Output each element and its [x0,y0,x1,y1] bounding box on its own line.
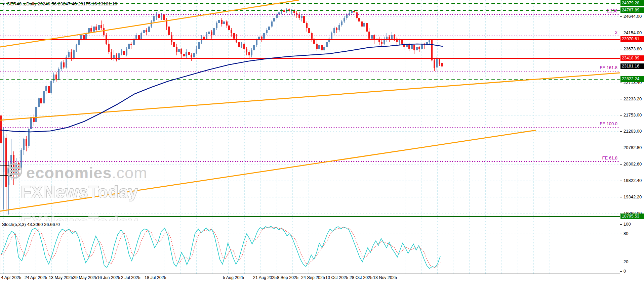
price-level-badge: 18795.53 [620,214,644,219]
date-tick-label: 2 Jul 2025 [121,275,140,280]
stoch-tick-mark [620,234,622,234]
watermark-brand: economies.com [26,163,147,182]
date-tick-label: 16 Jun 2025 [97,275,120,280]
stoch-tick-mark [620,224,622,225]
price-tick-mark [620,33,622,33]
price-tick-mark [620,16,622,17]
economies-logo-icon [7,163,22,179]
trendline-orange[interactable] [0,73,620,120]
price-tick-mark [620,83,622,83]
price-tick-mark [620,181,622,181]
ohlc-low: 23175.16 [78,1,97,6]
price-level-badge: 23418.89 [620,55,644,61]
price-tick-mark [620,164,622,164]
price-level-badge: 24767.89 [620,7,644,13]
logo-bar [10,173,20,175]
moving-average-line[interactable] [0,44,443,132]
date-tick-label: 8 Sep 2025 [277,275,298,280]
price-tick-label: 20302.60 [623,161,642,167]
logo-bar [10,170,19,172]
price-tick-label: 20782.80 [623,145,642,150]
stoch-tick-label: 80 [623,231,628,236]
price-level-badge: 23970.61 [620,36,644,42]
date-tick-label: 29 May 2025 [73,275,97,280]
trading-chart-window: 2.2362FE 161.8FE 100.0FE 61.8 economies.… [0,0,644,282]
date-tick-label: 21 Aug 2025 [253,275,277,280]
stochastic-indicator-label: Stoch(5,3,3) 43.3060 26.6670 [2,222,60,227]
ohlc-high: 23247.46 [58,1,77,6]
date-tick-label: 24 Sep 2025 [301,275,325,280]
date-tick-label: 13 Nov 2025 [373,275,397,280]
stochastic-axis[interactable]: 10080200 [620,221,644,274]
chart-title-ohlc: ▼ GER40.s,Daily 23240.56 23247.46 23175.… [2,1,117,6]
ohlc-open: 23240.56 [38,1,56,6]
date-tick-label: 28 Oct 2025 [350,275,372,280]
stoch-tick-label: 100 [623,222,631,227]
stoch-tick-mark [620,262,622,262]
logo-bar [10,167,20,169]
stoch-tick-label: 0 [623,269,626,274]
watermark-subbrand: FXNewsToday [21,182,138,202]
date-tick-label: 18 Jul 2025 [145,275,166,280]
price-tick-label: 21263.00 [623,129,642,134]
price-tick-mark [620,131,622,132]
price-tick-label: 24154.00 [623,30,642,35]
stoch-tick-mark [620,271,622,272]
price-tick-label: 24644.00 [623,14,642,19]
date-axis[interactable]: 4 Apr 202524 Apr 202513 May 202529 May 2… [0,274,644,282]
date-tick-label: 10 Oct 2025 [325,275,348,280]
date-tick-label: 13 May 2025 [49,275,73,280]
ohlc-close: 23181.16 [98,1,117,6]
price-level-badge: 23181.16 [620,63,644,69]
price-tick-mark [620,148,622,148]
price-tick-label: 23673.80 [623,46,642,51]
price-tick-label: 22233.20 [623,96,642,101]
stochastic-lines [0,221,620,274]
date-tick-label: 4 Apr 2025 [1,275,21,280]
price-tick-label: 21753.00 [623,112,642,117]
date-tick-label: 5 Aug 2025 [223,275,244,280]
price-level-badge: 24979.28 [620,0,644,6]
price-level-badge: 22822.24 [620,76,644,82]
price-tick-mark [620,49,622,49]
trendline-orange[interactable] [0,0,299,47]
price-tick-label: 19822.40 [623,178,642,183]
symbol-dropdown-icon[interactable]: ▼ [2,2,5,6]
symbol-period: GER40.s,Daily [7,1,37,6]
date-tick-label: 24 Apr 2025 [25,275,47,280]
price-tick-mark [620,197,622,197]
price-tick-mark [620,115,622,115]
price-tick-mark [620,99,622,99]
price-axis[interactable]: 24644.0024154.0023673.8022713.4022233.20… [620,0,644,220]
price-tick-label: 19342.20 [623,194,642,199]
stoch-tick-label: 20 [623,259,628,264]
